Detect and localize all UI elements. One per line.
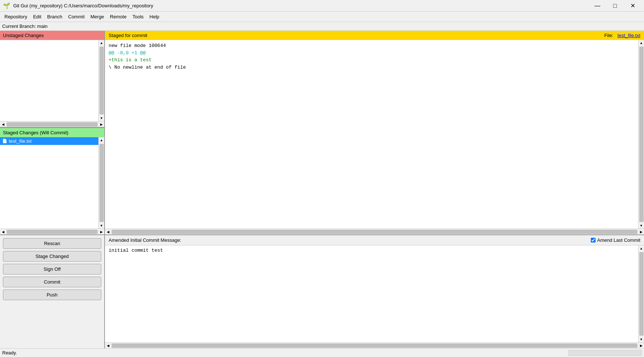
commit-hscrollbar[interactable]: ◀ ▶ [105,342,644,348]
status-text: Ready. [2,350,17,356]
title-text: Git Gui (my_repository) C:/Users/marco/D… [13,3,589,8]
staged-for-commit-label: Staged for commit [109,33,148,38]
unstaged-scroll-thumb[interactable] [99,47,104,114]
status-progress [568,350,642,356]
diff-text: new file mode 100644 @@ -0,0 +1 @@ +this… [105,40,638,229]
staged-scroll-left[interactable]: ◀ [0,229,6,235]
staged-scroll-down[interactable]: ▼ [99,223,105,229]
commit-scroll-thumb[interactable] [639,252,644,336]
push-button[interactable]: Push [3,289,101,300]
menu-branch[interactable]: Branch [44,12,65,21]
main-content: Unstaged Changes ▲ ▼ ◀ ▶ [0,31,644,348]
unstaged-scroll-right[interactable]: ▶ [98,121,104,127]
sign-off-button[interactable]: Sign Off [3,264,101,274]
unstaged-vscrollbar[interactable]: ▲ ▼ [98,40,104,121]
menu-bar: Repository Edit Branch Commit Merge Remo… [0,12,644,22]
unstaged-hscrollbar[interactable]: ◀ ▶ [0,121,104,127]
unstaged-scroll-hthumb[interactable] [7,122,98,127]
file-label: File: [604,33,614,38]
file-icon: 📄 [2,139,7,143]
diff-hscrollbar[interactable]: ◀ ▶ [105,229,644,234]
minimize-button[interactable]: — [589,0,606,12]
action-buttons-panel: Rescan Stage Changed Sign Off Commit Pus… [0,235,105,348]
commit-msg-header: Amended Initial Commit Message: Amend La… [105,235,644,245]
bottom-section: Rescan Stage Changed Sign Off Commit Pus… [0,234,644,348]
unstaged-scroll-left[interactable]: ◀ [0,121,6,127]
commit-msg-label: Amended Initial Commit Message: [109,237,181,243]
commit-scroll-up[interactable]: ▲ [638,245,644,251]
current-branch-label: Current Branch: main [2,23,48,29]
title-bar: 🌱 Git Gui (my_repository) C:/Users/marco… [0,0,644,12]
staged-file-name: test_file.txt [9,138,32,144]
maximize-button[interactable]: □ [607,0,623,12]
diff-line-1: new file mode 100644 [109,42,634,50]
unstaged-list[interactable] [0,40,98,121]
diff-line-2: @@ -0,0 +1 @@ [109,50,634,57]
menu-tools[interactable]: Tools [130,12,146,21]
commit-scroll-hthumb[interactable] [112,343,637,348]
commit-msg-value: initial commit test [109,248,163,253]
diff-scroll-thumb[interactable] [639,47,644,222]
left-panel: Unstaged Changes ▲ ▼ ◀ ▶ [0,31,105,234]
menu-help[interactable]: Help [146,12,162,21]
unstaged-panel: Unstaged Changes ▲ ▼ ◀ ▶ [0,31,104,127]
staged-list[interactable]: 📄 test_file.txt [0,137,98,229]
diff-scroll-left[interactable]: ◀ [105,229,111,235]
diff-header: Staged for commit File: test_file.txt [105,31,644,40]
rescan-button[interactable]: Rescan [3,238,101,249]
commit-scroll-right[interactable]: ▶ [638,343,644,349]
right-panel: Staged for commit File: test_file.txt ne… [105,31,644,234]
amend-last-commit-checkbox[interactable] [591,238,596,243]
commit-button[interactable]: Commit [3,277,101,287]
stage-changed-button[interactable]: Stage Changed [3,251,101,262]
app-icon: 🌱 [3,2,10,10]
commit-scroll-down[interactable]: ▼ [638,336,644,342]
staged-scroll-right[interactable]: ▶ [98,229,104,235]
menu-edit[interactable]: Edit [30,12,44,21]
menu-merge[interactable]: Merge [88,12,107,21]
diff-content: new file mode 100644 @@ -0,0 +1 @@ +this… [105,40,644,229]
diff-file-link[interactable]: test_file.txt [618,33,640,38]
title-bar-buttons: — □ ✕ [589,0,641,12]
staged-label: Staged Changes (Will Commit) [3,130,68,135]
unstaged-scroll-up[interactable]: ▲ [99,40,105,46]
unstaged-scroll-down[interactable]: ▼ [99,115,105,121]
diff-line-4: \ No newline at end of file [109,64,634,71]
commit-msg-text[interactable]: initial commit test [105,245,638,342]
staged-vscrollbar[interactable]: ▲ ▼ [98,137,104,229]
amend-checkbox-area: Amend Last Commit [591,237,640,243]
staged-scroll-hthumb[interactable] [7,230,98,234]
unstaged-label: Unstaged Changes [3,33,44,38]
commit-vscrollbar[interactable]: ▲ ▼ [638,245,644,342]
top-section: Unstaged Changes ▲ ▼ ◀ ▶ [0,31,644,234]
commit-msg-area: initial commit test ▲ ▼ [105,245,644,342]
staged-scroll-thumb[interactable] [99,144,104,222]
staged-header: Staged Changes (Will Commit) [0,128,104,137]
diff-scroll-hthumb[interactable] [112,230,637,234]
close-button[interactable]: ✕ [624,0,641,12]
staged-item[interactable]: 📄 test_file.txt [0,137,98,145]
menu-repository[interactable]: Repository [1,12,30,21]
diff-scroll-down[interactable]: ▼ [638,223,644,229]
diff-vscrollbar[interactable]: ▲ ▼ [638,40,644,229]
commit-scroll-left[interactable]: ◀ [105,343,111,349]
diff-line-3: +this is a test [109,57,634,64]
staged-panel: Staged Changes (Will Commit) 📄 test_file… [0,128,104,234]
menu-commit[interactable]: Commit [65,12,88,21]
diff-scroll-up[interactable]: ▲ [638,40,644,46]
menu-remote[interactable]: Remote [107,12,130,21]
status-bar: Ready. [0,348,644,357]
unstaged-header: Unstaged Changes [0,31,104,40]
branch-bar: Current Branch: main [0,22,644,31]
staged-hscrollbar[interactable]: ◀ ▶ [0,229,104,234]
commit-message-panel: Amended Initial Commit Message: Amend La… [105,235,644,348]
diff-scroll-right[interactable]: ▶ [638,229,644,235]
staged-scroll-up[interactable]: ▲ [99,137,105,143]
amend-last-commit-label[interactable]: Amend Last Commit [597,237,640,243]
